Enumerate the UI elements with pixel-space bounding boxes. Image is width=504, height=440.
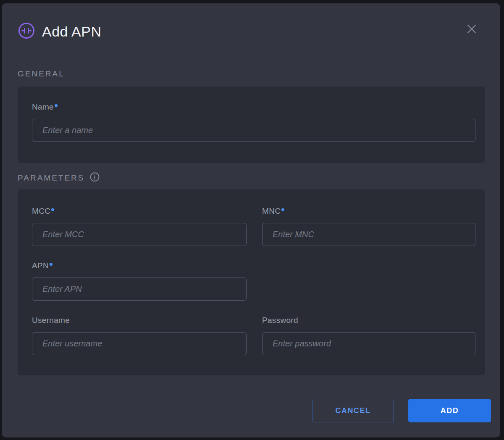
general-section-header: GENERAL [18,69,65,79]
username-field-group: Username [32,316,247,355]
mcc-input[interactable] [32,223,247,246]
close-icon [465,22,478,37]
username-label: Username [32,316,70,325]
close-button[interactable] [463,21,480,38]
username-input[interactable] [32,332,247,355]
add-button[interactable]: ADD [408,399,491,422]
apn-input[interactable] [32,278,247,301]
cancel-button[interactable]: CANCEL [312,399,394,422]
mnc-field-group: MNC [262,207,475,246]
required-dot [55,104,58,107]
required-dot [281,208,284,211]
required-dot [51,208,54,211]
mnc-label: MNC [262,207,281,215]
info-icon[interactable] [90,172,100,184]
mnc-input[interactable] [262,223,475,246]
mcc-field-group: MCC [32,207,247,246]
name-label: Name [32,102,54,111]
modal-title: Add APN [42,24,101,40]
general-section-label: GENERAL [18,69,65,79]
name-input[interactable] [32,119,475,142]
apn-connection-icon [18,22,35,41]
name-field-group: Name [32,102,475,142]
password-field-group: Password [262,316,475,355]
add-apn-modal: Add APN GENERAL Name PARAMETERS [2,3,500,437]
required-dot [50,263,52,266]
parameters-section-label: PARAMETERS [18,173,85,183]
password-input[interactable] [262,332,475,355]
mcc-label: MCC [32,207,50,215]
apn-label: APN [32,261,49,270]
apn-field-group: APN [32,261,247,301]
password-label: Password [262,316,298,325]
parameters-section-header: PARAMETERS [18,172,100,184]
modal-header: Add APN [18,22,488,41]
